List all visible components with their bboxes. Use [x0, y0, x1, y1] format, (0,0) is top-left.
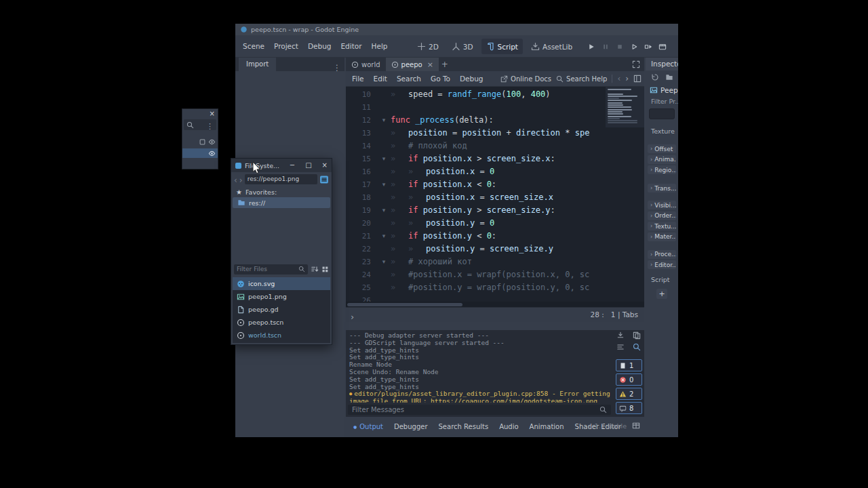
script-menu-search[interactable]: Search [392, 71, 426, 86]
history-forward-button[interactable]: › [625, 75, 629, 83]
close-button[interactable]: × [322, 159, 328, 172]
fold-arrow-icon[interactable]: ▾ [377, 152, 391, 165]
nav-back-button[interactable]: ‹ [234, 173, 237, 186]
code-line[interactable]: 25»#position.y = wrapf(position.y, 0, sc [346, 281, 606, 294]
collapse-duplicates-button[interactable] [615, 343, 626, 351]
code-line[interactable]: 16»»position.x = 0 [346, 165, 606, 178]
search-log-button[interactable] [631, 343, 642, 351]
code-line[interactable]: 11 [346, 101, 606, 114]
file-item-peepo1-png[interactable]: peepo1.png [233, 290, 330, 303]
filter-messages-input[interactable]: Filter Messages [348, 405, 611, 415]
online-docs-button[interactable]: Online Docs [500, 75, 551, 83]
movie-maker-button[interactable] [658, 43, 667, 51]
code-line[interactable]: 22»»position.y = screen_size.y [346, 243, 606, 256]
code-line[interactable]: 17▾»if position.x < 0: [346, 178, 606, 191]
code-line[interactable]: 18»»position.x = screen_size.x [346, 191, 606, 204]
fold-arrow-icon[interactable]: ▾ [377, 114, 391, 127]
dock-tab-import[interactable]: Import [239, 58, 276, 71]
history-back-button[interactable]: ‹ [617, 75, 620, 83]
fold-arrow-icon[interactable]: ▾ [377, 230, 391, 243]
code-line[interactable]: 13»position = position + direction * spe [346, 127, 606, 140]
mode-assetlib-button[interactable]: AssetLib [526, 39, 577, 54]
mode-script-button[interactable]: Script [481, 39, 523, 54]
scene-tab-world[interactable]: world [346, 58, 386, 71]
node-row[interactable] [182, 148, 218, 158]
scripts-panel-button[interactable] [633, 75, 642, 83]
inspector-section-visibi[interactable]: ›Visibi... [648, 201, 676, 209]
close-window-icon[interactable]: × [210, 109, 215, 118]
scene-dock-search[interactable]: ⋮ [184, 119, 216, 130]
code-line[interactable]: 12▾func _process(delta): [346, 114, 606, 127]
expand-chevron-icon[interactable]: › [351, 310, 354, 323]
filter-properties-input[interactable] [649, 108, 675, 119]
inspector-section-mater[interactable]: ›Mater... [648, 232, 676, 241]
menu-debug[interactable]: Debug [303, 35, 336, 57]
inspector-section-trans[interactable]: ›Trans... [648, 184, 676, 192]
filter-files-input[interactable]: Filter Files [234, 264, 308, 274]
fold-arrow-icon[interactable]: ▾ [377, 256, 391, 268]
log-filter-debug[interactable]: 1 [616, 359, 642, 371]
minimap[interactable] [606, 87, 644, 127]
code-editor[interactable]: 10»speed = randf_range(100, 400)1112▾fun… [346, 87, 644, 302]
dock-tab-inspector[interactable]: Inspector [646, 58, 678, 70]
copy-log-button[interactable] [631, 331, 642, 340]
play-scene-button[interactable] [630, 43, 638, 51]
log-filter-messages[interactable]: 8 [616, 402, 642, 414]
node-row[interactable] [182, 137, 218, 146]
output-log[interactable]: --- Debug adapter server started ------ … [349, 332, 613, 403]
inspector-section-regio[interactable]: ›Regio... [648, 165, 676, 174]
menu-help[interactable]: Help [367, 35, 393, 57]
inspector-section-order[interactable]: ›Order... [648, 211, 676, 220]
inspector-section-offset[interactable]: ›Offset [648, 144, 676, 153]
menu-project[interactable]: Project [269, 35, 303, 57]
nav-forward-button[interactable]: › [239, 173, 243, 186]
code-line[interactable]: 19▾»if position.y > screen_size.y: [346, 204, 606, 217]
stop-button[interactable] [616, 43, 624, 51]
panel-tab-debugger[interactable]: Debugger [389, 418, 433, 434]
code-line[interactable]: 21▾»if position.y < 0: [346, 230, 606, 243]
clear-log-button[interactable] [615, 331, 626, 340]
horizontal-scrollbar[interactable] [346, 302, 644, 307]
panel-tab-search-results[interactable]: Search Results [433, 418, 494, 434]
panel-tab-animation[interactable]: Animation [524, 418, 570, 434]
log-filter-errors[interactable]: 0 [616, 373, 642, 386]
filesystem-titlebar[interactable]: FileSyste... − □ × [231, 159, 332, 172]
code-line[interactable]: 24»#position.x = wrapf(position.x, 0, sc [346, 268, 606, 281]
inspector-section-textu[interactable]: ›Textu... [648, 222, 676, 230]
menu-editor[interactable]: Editor [336, 35, 366, 57]
script-menu-go-to[interactable]: Go To [426, 71, 455, 86]
menu-scene[interactable]: Scene [238, 35, 269, 57]
scene-tab-peepo[interactable]: peepo× [386, 58, 439, 71]
code-line[interactable]: 26 [346, 294, 606, 302]
view-mode-button[interactable] [321, 266, 329, 273]
mode-3d-button[interactable]: 3D [447, 39, 478, 54]
options-icon[interactable]: ⋮ [206, 119, 214, 131]
mode-2d-button[interactable]: 2D [412, 39, 443, 54]
new-tab-button[interactable]: + [439, 58, 451, 71]
minimize-button[interactable]: − [290, 159, 295, 172]
panel-tab-output[interactable]: ●Output [348, 418, 389, 434]
code-line[interactable]: 20»»position.y = 0 [346, 217, 606, 230]
scene-dock-titlebar[interactable]: × [182, 109, 218, 118]
fold-arrow-icon[interactable]: ▾ [377, 178, 391, 191]
maximize-button[interactable]: □ [305, 159, 311, 172]
code-line[interactable]: 23▾»# хороший кот [346, 256, 606, 268]
code-line[interactable]: 10»speed = randf_range(100, 400) [346, 88, 606, 101]
script-menu-edit[interactable]: Edit [369, 71, 392, 86]
close-tab-icon[interactable]: × [427, 60, 433, 69]
current-path[interactable]: res://peepo1.png [245, 174, 317, 184]
history-button[interactable] [651, 73, 659, 81]
search-help-button[interactable]: Search Help [556, 75, 607, 83]
script-menu-file[interactable]: File [347, 71, 369, 86]
file-item-world-tscn[interactable]: world.tscn [233, 329, 330, 342]
code-line[interactable]: 14»# плохой код [346, 140, 606, 152]
favorite-item-res[interactable]: res:// [233, 197, 330, 208]
inspector-section-editor[interactable]: ›Editor... [648, 260, 676, 269]
inspector-section-proce[interactable]: ›Proce... [648, 250, 676, 259]
inspector-section-anima[interactable]: ›Anima... [648, 155, 676, 164]
panel-tab-audio[interactable]: Audio [494, 418, 524, 434]
layout-grid-button[interactable] [632, 422, 640, 430]
file-item-peepo-tscn[interactable]: peepo.tscn [233, 316, 330, 329]
log-filter-warnings[interactable]: 2 [616, 388, 642, 400]
fold-arrow-icon[interactable]: ▾ [377, 204, 391, 217]
